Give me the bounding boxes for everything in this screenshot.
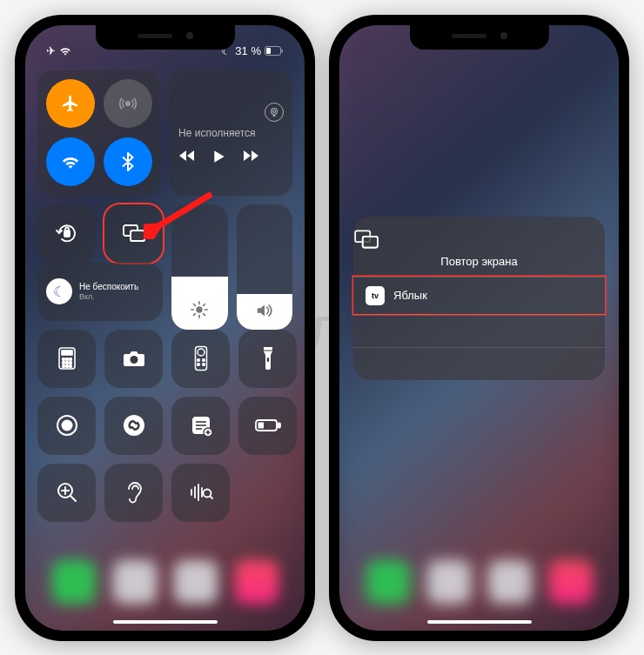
magnifier-button[interactable] [37, 464, 96, 522]
svg-point-35 [197, 364, 199, 366]
now-playing-label: Не исполняется [178, 127, 284, 139]
svg-rect-31 [195, 347, 206, 371]
brightness-icon [190, 300, 209, 319]
shazam-button[interactable] [104, 397, 163, 455]
sound-recognition-button[interactable] [171, 464, 230, 522]
camera-button[interactable] [104, 330, 163, 388]
flashlight-button[interactable] [238, 330, 297, 388]
home-indicator [427, 620, 532, 624]
battery-icon [265, 46, 284, 56]
svg-point-3 [126, 102, 131, 106]
screen-mirroring-icon [353, 229, 605, 250]
connectivity-group [37, 70, 161, 196]
svg-line-18 [204, 304, 205, 305]
svg-point-28 [65, 365, 68, 368]
empty-row [353, 347, 605, 380]
cellular-toggle[interactable] [104, 79, 152, 128]
svg-point-23 [69, 358, 71, 361]
play-button[interactable] [213, 150, 225, 164]
svg-point-32 [198, 349, 205, 356]
svg-rect-6 [64, 231, 70, 237]
apple-tv-icon: tv [366, 286, 385, 305]
svg-rect-8 [131, 231, 144, 241]
dnd-state: Вкл. [79, 292, 138, 301]
svg-rect-37 [266, 358, 268, 362]
svg-rect-51 [258, 423, 264, 429]
svg-rect-64 [363, 236, 378, 247]
airplane-mode-toggle[interactable] [46, 79, 95, 128]
calculator-button[interactable] [37, 330, 96, 388]
airplane-icon: ✈︎ [46, 44, 56, 57]
svg-line-61 [210, 497, 212, 499]
svg-point-22 [65, 358, 68, 361]
screen-record-button[interactable] [37, 397, 96, 455]
hearing-button[interactable] [104, 464, 163, 522]
svg-point-21 [62, 358, 64, 361]
apple-tv-remote-button[interactable] [171, 330, 230, 388]
screen-mirroring-panel: Повтор экрана tv Яблык [353, 217, 605, 380]
wifi-icon [59, 46, 71, 56]
home-indicator [113, 620, 218, 624]
bluetooth-toggle[interactable] [104, 137, 152, 186]
moon-icon: ☾ [46, 278, 72, 304]
dnd-button[interactable]: ☾ Не беспокоить Вкл. [37, 263, 163, 321]
rewind-button[interactable] [178, 150, 196, 164]
airplay-audio-icon[interactable] [265, 103, 284, 122]
notch [410, 25, 549, 50]
svg-rect-50 [278, 424, 280, 428]
orientation-lock-button[interactable] [37, 204, 96, 263]
device-name: Яблык [393, 289, 427, 302]
svg-line-15 [194, 304, 196, 305]
svg-point-25 [65, 362, 68, 364]
svg-rect-2 [282, 50, 284, 53]
low-power-button[interactable] [238, 397, 297, 455]
notes-button[interactable] [171, 397, 230, 455]
svg-line-16 [204, 313, 205, 315]
volume-slider[interactable] [237, 204, 293, 330]
media-controls-tile[interactable]: Не исполняется [170, 70, 292, 196]
dnd-title: Не беспокоить [79, 282, 138, 292]
svg-rect-20 [62, 351, 72, 355]
forward-button[interactable] [243, 150, 260, 164]
device-row-appletv[interactable]: tv Яблык [353, 277, 605, 314]
svg-point-30 [130, 356, 138, 364]
svg-line-17 [194, 313, 196, 315]
svg-point-27 [62, 365, 64, 368]
svg-point-40 [61, 420, 72, 431]
svg-point-29 [69, 365, 71, 368]
wifi-toggle[interactable] [46, 137, 95, 186]
svg-point-41 [124, 415, 144, 436]
volume-icon [255, 302, 274, 319]
brightness-slider[interactable] [171, 204, 228, 330]
svg-point-33 [197, 359, 199, 362]
panel-title: Повтор экрана [353, 255, 605, 268]
svg-point-34 [202, 359, 205, 362]
phone-left: ✈︎ ☾ 31 % [15, 15, 315, 641]
svg-point-10 [197, 306, 203, 312]
screen-mirroring-button[interactable] [104, 204, 163, 263]
svg-point-4 [272, 108, 278, 114]
svg-point-5 [273, 110, 276, 112]
svg-line-53 [70, 496, 76, 501]
empty-row [353, 314, 605, 347]
svg-point-36 [202, 364, 205, 366]
svg-point-24 [62, 362, 64, 364]
notch [96, 25, 235, 50]
svg-rect-1 [266, 48, 271, 54]
svg-point-26 [69, 362, 71, 364]
dock [25, 544, 305, 631]
battery-percent: 31 % [235, 44, 261, 57]
phone-right: Повтор экрана tv Яблык [329, 15, 629, 641]
dock [339, 544, 619, 631]
